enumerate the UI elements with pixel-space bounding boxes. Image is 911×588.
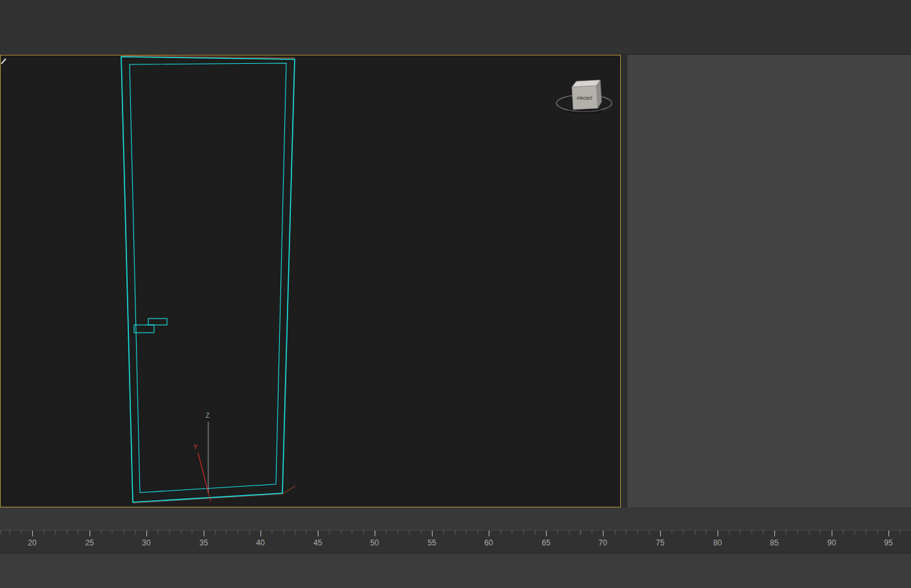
tick-label: 45 [313,538,322,547]
viewport-panel-divider [621,55,627,507]
command-panel: Assembly001 Modifier List ▼ Edit Poly FF… [627,55,911,507]
door-handle-wireframe [134,318,167,333]
axis-gizmo: Z Y [193,412,211,502]
tick-label: 25 [85,538,93,547]
tick-label: 60 [484,538,493,547]
tick-label: 85 [770,538,778,547]
timeline-ruler[interactable]: 20 25 30 35 40 45 50 55 60 65 70 75 80 8… [0,530,911,553]
tick-label: 35 [199,538,208,547]
tick-label: 20 [28,538,36,547]
3dsmax-window: Z Y FRONT [0,0,911,588]
axis-z-label: Z [206,412,210,419]
viewcube[interactable]: FRONT [556,80,612,114]
tick-label: 30 [142,538,150,547]
front-viewport[interactable]: Z Y FRONT [0,55,621,507]
tick-label: 70 [598,538,607,547]
viewport-corner-glyph [1,59,6,64]
viewport-canvas: Z Y FRONT [1,55,620,507]
tick-label: 90 [827,538,836,547]
track-bar-area [0,507,911,530]
main-toolbar-area [0,0,911,55]
status-bar: X: 2406,404m Y: 14,021mm Z: 0,0mm Grid =… [0,553,911,588]
tick-label: 95 [884,538,892,547]
tick-label: 65 [542,538,550,547]
tick-label: 40 [256,538,264,547]
axis-y-label: Y [193,444,198,451]
tick-label: 55 [427,538,436,547]
tick-label: 80 [713,538,721,547]
tick-label: 50 [370,538,378,547]
viewcube-front-label[interactable]: FRONT [577,96,593,101]
tick-label: 75 [656,538,664,547]
